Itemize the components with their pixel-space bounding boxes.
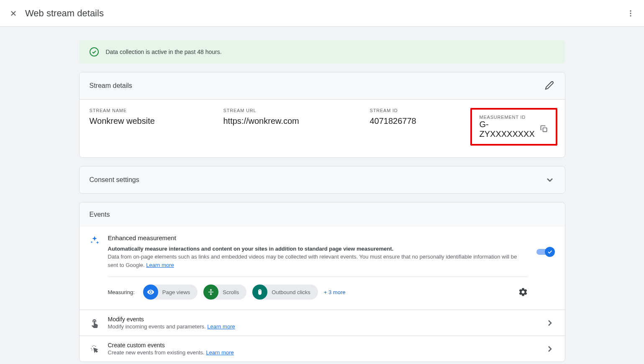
- page-content: Data collection is active in the past 48…: [79, 27, 565, 364]
- measurement-id-value: G-ZYXXXXXXXX: [480, 120, 536, 139]
- chevron-right-icon: [545, 318, 555, 328]
- touch-icon: [90, 318, 100, 328]
- chip-outbound-clicks: Outbound clicks: [252, 285, 318, 300]
- measuring-label: Measuring:: [108, 289, 135, 295]
- pencil-icon: [545, 81, 554, 90]
- svg-rect-4: [543, 128, 547, 132]
- create-custom-events-desc: Create new events from existing events. …: [108, 349, 536, 356]
- copy-button[interactable]: [540, 125, 548, 134]
- close-icon: [9, 9, 18, 18]
- stream-details-title: Stream details: [90, 82, 132, 90]
- status-banner: Data collection is active in the past 48…: [79, 40, 565, 64]
- create-custom-events-title: Create custom events: [108, 342, 536, 349]
- enhanced-measurement-description: Data from on-page elements such as links…: [108, 253, 528, 269]
- mouse-icon: [252, 285, 267, 300]
- chip-page-views-label: Page views: [162, 289, 190, 295]
- events-title: Events: [90, 211, 110, 218]
- stream-url-column: STREAM URL https://wonkrew.com: [223, 108, 353, 146]
- check-circle-icon: [89, 47, 99, 57]
- close-button[interactable]: [8, 8, 18, 18]
- create-custom-events-learn-more-link[interactable]: Learn more: [206, 349, 233, 356]
- page-title: Web stream details: [25, 8, 104, 19]
- stream-name-column: STREAM NAME Wonkrew website: [90, 108, 207, 146]
- edit-button[interactable]: [545, 81, 555, 91]
- chevron-down-icon: [545, 175, 555, 185]
- chip-scrolls-label: Scrolls: [223, 289, 239, 295]
- scroll-icon: [203, 285, 218, 300]
- enhanced-measurement-title: Enhanced measurement: [108, 234, 528, 241]
- consent-settings-title: Consent settings: [90, 176, 139, 184]
- stream-url-value: https://wonkrew.com: [223, 116, 353, 126]
- page-header: Web stream details: [0, 0, 644, 27]
- svg-point-2: [630, 15, 631, 16]
- enhanced-measurement-subtitle: Automatically measure interactions and c…: [108, 246, 528, 252]
- stream-url-label: STREAM URL: [223, 108, 353, 113]
- svg-point-0: [630, 10, 631, 11]
- enhanced-measurement-section: Enhanced measurement Automatically measu…: [80, 227, 565, 310]
- more-vertical-icon: [626, 9, 635, 18]
- enhanced-learn-more-link[interactable]: Learn more: [146, 262, 174, 268]
- stream-name-value: Wonkrew website: [90, 116, 207, 126]
- chevron-right-icon: [545, 344, 555, 354]
- create-custom-events-desc-text: Create new events from existing events.: [108, 349, 206, 356]
- consent-settings-row: Consent settings: [80, 167, 565, 193]
- chip-scrolls: Scrolls: [203, 285, 246, 300]
- events-card: Events Enhanced measurement Automaticall…: [79, 202, 565, 362]
- modify-events-desc: Modify incoming events and parameters. L…: [108, 323, 536, 330]
- measurement-id-column: MEASUREMENT ID G-ZYXXXXXXXX: [470, 108, 557, 146]
- banner-text: Data collection is active in the past 48…: [106, 49, 222, 55]
- stream-id-column: STREAM ID 4071826778: [370, 108, 454, 146]
- stream-id-value: 4071826778: [370, 116, 454, 126]
- check-icon: [547, 249, 553, 255]
- chip-outbound-clicks-label: Outbound clicks: [272, 289, 310, 295]
- expand-button[interactable]: [545, 175, 555, 185]
- sparkle-icon: [90, 235, 100, 245]
- copy-icon: [540, 125, 548, 133]
- measuring-row: Measuring: Page views Scrolls: [108, 285, 528, 300]
- consent-settings-card[interactable]: Consent settings: [79, 166, 565, 194]
- modify-events-title: Modify events: [108, 316, 536, 323]
- cursor-click-icon: [90, 344, 100, 354]
- more-chips-link[interactable]: + 3 more: [324, 289, 346, 295]
- modify-events-learn-more-link[interactable]: Learn more: [207, 323, 235, 330]
- eye-icon: [143, 285, 158, 300]
- modify-events-row[interactable]: Modify events Modify incoming events and…: [80, 310, 565, 336]
- events-header: Events: [80, 203, 565, 227]
- svg-point-3: [90, 48, 98, 56]
- more-menu-button[interactable]: [626, 8, 636, 18]
- svg-point-1: [630, 13, 631, 14]
- modify-events-desc-text: Modify incoming events and parameters.: [108, 323, 208, 330]
- stream-name-label: STREAM NAME: [90, 108, 207, 113]
- gear-icon: [518, 287, 528, 297]
- stream-id-label: STREAM ID: [370, 108, 454, 113]
- measurement-id-label: MEASUREMENT ID: [480, 115, 548, 120]
- settings-button[interactable]: [518, 287, 528, 297]
- measurement-id-highlight: MEASUREMENT ID G-ZYXXXXXXXX: [470, 108, 557, 146]
- chip-page-views: Page views: [143, 285, 198, 300]
- enhanced-measurement-toggle[interactable]: [536, 247, 555, 257]
- stream-details-body: STREAM NAME Wonkrew website STREAM URL h…: [80, 100, 565, 157]
- stream-details-header: Stream details: [80, 72, 565, 100]
- create-custom-events-row[interactable]: Create custom events Create new events f…: [80, 336, 565, 361]
- stream-details-card: Stream details STREAM NAME Wonkrew websi…: [79, 72, 565, 158]
